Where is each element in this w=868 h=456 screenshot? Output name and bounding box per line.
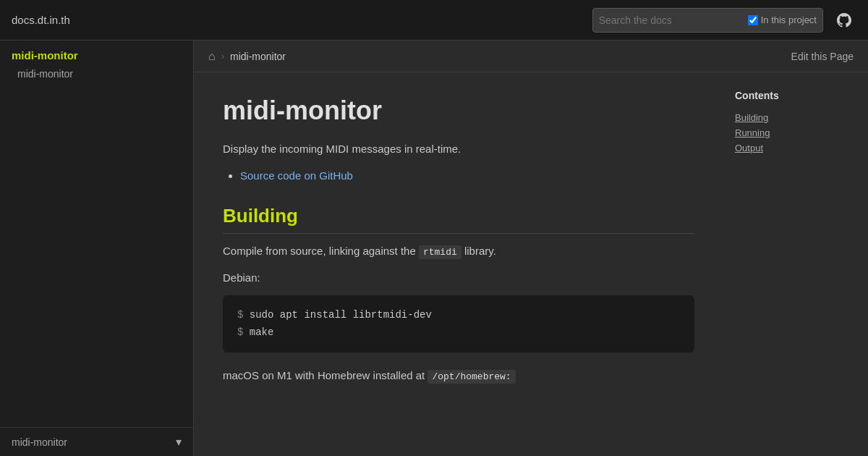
toc-item-building[interactable]: Building <box>735 110 856 125</box>
search-wrapper: In this project <box>592 8 823 33</box>
doc-links-list: Source code on GitHub <box>240 169 694 182</box>
github-link[interactable]: Source code on GitHub <box>240 169 353 182</box>
topnav: docs.dt.in.th In this project <box>0 0 868 41</box>
debian-label: Debian: <box>223 269 694 287</box>
debian-code-block: $ sudo apt install librtmidi-dev $ make <box>223 295 694 353</box>
breadcrumb-separator: › <box>221 51 224 62</box>
toc-item-running[interactable]: Running <box>735 125 856 140</box>
sidebar-top: midi-monitor midi-monitor <box>0 41 193 427</box>
breadcrumb: ⌂ › midi-monitor Edit this Page <box>194 41 868 72</box>
toc-item-output[interactable]: Output <box>735 140 856 156</box>
building-intro: Compile from source, linking against the… <box>223 242 694 261</box>
in-this-project-label: In this project <box>761 14 817 25</box>
doc-description: Display the incoming MIDI messages in re… <box>223 140 694 158</box>
home-icon[interactable]: ⌂ <box>208 50 216 63</box>
main-toc-wrapper: midi-monitor Display the incoming MIDI m… <box>194 72 868 456</box>
homebrew-code: /opt/homebrew: <box>427 370 515 384</box>
macos-text: macOS on M1 with Homebrew installed at /… <box>223 367 694 385</box>
sidebar-item-midi-monitor[interactable]: midi-monitor <box>12 66 182 82</box>
site-logo[interactable]: docs.dt.in.th <box>12 14 70 26</box>
sidebar-bottom-label: midi-monitor <box>12 436 67 448</box>
chevron-down-icon: ▾ <box>176 435 182 449</box>
edit-page-link[interactable]: Edit this Page <box>791 51 854 62</box>
list-item: Source code on GitHub <box>240 169 694 182</box>
breadcrumb-left: ⌂ › midi-monitor <box>208 50 286 63</box>
main-doc: midi-monitor Display the incoming MIDI m… <box>194 72 723 456</box>
prompt-2: $ <box>237 326 250 338</box>
main-layout: midi-monitor midi-monitor midi-monitor ▾… <box>0 41 868 456</box>
content-area: ⌂ › midi-monitor Edit this Page midi-mon… <box>194 41 868 456</box>
building-heading: Building <box>223 205 694 234</box>
prompt-1: $ <box>237 309 250 321</box>
search-input[interactable] <box>599 14 744 26</box>
in-this-project-wrapper: In this project <box>748 14 817 25</box>
github-icon[interactable] <box>832 8 856 33</box>
sidebar-project-title[interactable]: midi-monitor <box>12 49 182 62</box>
in-this-project-checkbox[interactable] <box>748 15 758 25</box>
rtmidi-code: rtmidi <box>419 245 461 259</box>
sidebar: midi-monitor midi-monitor midi-monitor ▾ <box>0 41 194 456</box>
toc-title: Contents <box>735 90 856 101</box>
toc: Contents Building Running Output <box>723 72 868 456</box>
doc-title: midi-monitor <box>223 96 694 126</box>
sidebar-bottom[interactable]: midi-monitor ▾ <box>0 427 193 456</box>
breadcrumb-current: midi-monitor <box>230 51 286 62</box>
